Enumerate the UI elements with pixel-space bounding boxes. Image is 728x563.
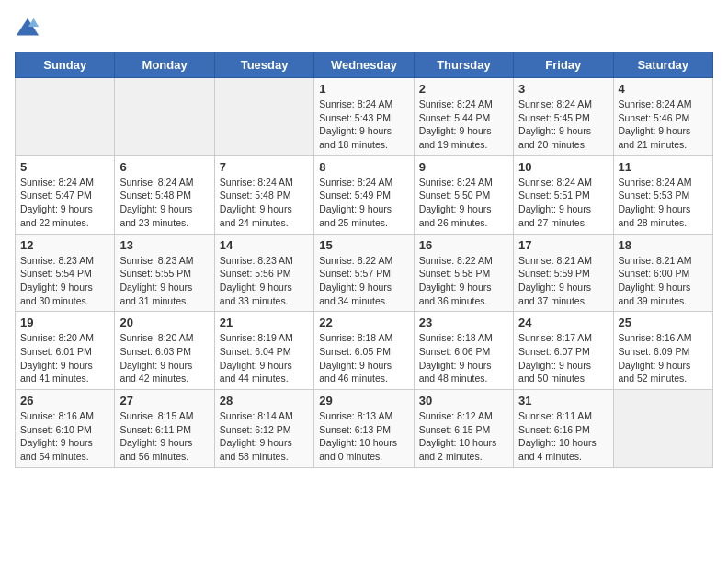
day-header-saturday: Saturday <box>613 52 712 78</box>
day-number: 12 <box>20 238 109 252</box>
day-info: Sunrise: 8:24 AM Sunset: 5:43 PM Dayligh… <box>319 98 408 152</box>
day-number: 25 <box>619 316 708 329</box>
day-info: Sunrise: 8:22 AM Sunset: 5:58 PM Dayligh… <box>419 254 508 308</box>
calendar-cell: 5Sunrise: 8:24 AM Sunset: 5:47 PM Daylig… <box>16 155 115 234</box>
calendar-cell: 9Sunrise: 8:24 AM Sunset: 5:50 PM Daylig… <box>414 155 513 234</box>
day-info: Sunrise: 8:18 AM Sunset: 6:05 PM Dayligh… <box>319 331 408 385</box>
day-info: Sunrise: 8:11 AM Sunset: 6:16 PM Dayligh… <box>518 409 608 464</box>
day-number: 17 <box>518 238 608 252</box>
day-info: Sunrise: 8:13 AM Sunset: 6:13 PM Dayligh… <box>319 409 408 464</box>
day-info: Sunrise: 8:21 AM Sunset: 6:00 PM Dayligh… <box>619 254 708 308</box>
day-info: Sunrise: 8:24 AM Sunset: 5:49 PM Dayligh… <box>319 176 408 230</box>
day-header-friday: Friday <box>514 52 613 78</box>
day-number: 26 <box>20 394 109 408</box>
day-info: Sunrise: 8:19 AM Sunset: 6:04 PM Dayligh… <box>220 331 309 385</box>
calendar-week-row: 1Sunrise: 8:24 AM Sunset: 5:43 PM Daylig… <box>16 78 713 156</box>
day-info: Sunrise: 8:23 AM Sunset: 5:55 PM Dayligh… <box>119 254 209 308</box>
day-info: Sunrise: 8:20 AM Sunset: 6:01 PM Dayligh… <box>20 331 109 385</box>
day-number: 30 <box>419 394 508 408</box>
calendar-cell: 29Sunrise: 8:13 AM Sunset: 6:13 PM Dayli… <box>314 390 414 468</box>
calendar-cell: 26Sunrise: 8:16 AM Sunset: 6:10 PM Dayli… <box>16 390 115 468</box>
day-number: 6 <box>119 160 209 174</box>
day-number: 16 <box>419 238 508 252</box>
day-number: 1 <box>319 82 408 96</box>
day-number: 10 <box>518 160 608 174</box>
day-info: Sunrise: 8:24 AM Sunset: 5:48 PM Dayligh… <box>220 176 309 230</box>
calendar-cell <box>115 78 214 156</box>
calendar-cell: 1Sunrise: 8:24 AM Sunset: 5:43 PM Daylig… <box>314 78 414 156</box>
calendar-cell <box>613 390 712 468</box>
calendar-cell: 21Sunrise: 8:19 AM Sunset: 6:04 PM Dayli… <box>214 312 313 390</box>
calendar-cell: 3Sunrise: 8:24 AM Sunset: 5:45 PM Daylig… <box>514 78 613 156</box>
day-info: Sunrise: 8:24 AM Sunset: 5:50 PM Dayligh… <box>419 176 508 230</box>
calendar-week-row: 5Sunrise: 8:24 AM Sunset: 5:47 PM Daylig… <box>16 155 713 234</box>
day-info: Sunrise: 8:24 AM Sunset: 5:48 PM Dayligh… <box>119 176 209 230</box>
calendar-cell: 25Sunrise: 8:16 AM Sunset: 6:09 PM Dayli… <box>613 312 712 390</box>
calendar-cell: 6Sunrise: 8:24 AM Sunset: 5:48 PM Daylig… <box>115 155 214 234</box>
header <box>15 15 713 40</box>
day-number: 31 <box>518 394 608 408</box>
day-number: 9 <box>419 160 508 174</box>
day-info: Sunrise: 8:24 AM Sunset: 5:53 PM Dayligh… <box>619 176 708 230</box>
day-number: 3 <box>518 82 608 96</box>
logo-icon <box>15 15 40 40</box>
day-info: Sunrise: 8:20 AM Sunset: 6:03 PM Dayligh… <box>119 331 209 385</box>
calendar-cell: 27Sunrise: 8:15 AM Sunset: 6:11 PM Dayli… <box>115 390 214 468</box>
calendar-cell: 24Sunrise: 8:17 AM Sunset: 6:07 PM Dayli… <box>514 312 613 390</box>
day-info: Sunrise: 8:12 AM Sunset: 6:15 PM Dayligh… <box>419 409 508 464</box>
day-number: 21 <box>220 316 309 329</box>
calendar-header-row: SundayMondayTuesdayWednesdayThursdayFrid… <box>16 52 713 78</box>
day-info: Sunrise: 8:23 AM Sunset: 5:56 PM Dayligh… <box>220 254 309 308</box>
calendar-week-row: 26Sunrise: 8:16 AM Sunset: 6:10 PM Dayli… <box>16 390 713 468</box>
day-number: 13 <box>119 238 209 252</box>
day-number: 11 <box>619 160 708 174</box>
calendar-cell: 14Sunrise: 8:23 AM Sunset: 5:56 PM Dayli… <box>214 234 313 312</box>
calendar-cell <box>16 78 115 156</box>
day-info: Sunrise: 8:24 AM Sunset: 5:44 PM Dayligh… <box>419 98 508 152</box>
day-info: Sunrise: 8:24 AM Sunset: 5:46 PM Dayligh… <box>619 98 708 152</box>
day-info: Sunrise: 8:24 AM Sunset: 5:47 PM Dayligh… <box>20 176 109 230</box>
logo <box>15 15 44 40</box>
day-info: Sunrise: 8:14 AM Sunset: 6:12 PM Dayligh… <box>220 409 309 464</box>
day-info: Sunrise: 8:21 AM Sunset: 5:59 PM Dayligh… <box>518 254 608 308</box>
calendar-cell: 10Sunrise: 8:24 AM Sunset: 5:51 PM Dayli… <box>514 155 613 234</box>
day-info: Sunrise: 8:15 AM Sunset: 6:11 PM Dayligh… <box>119 409 209 464</box>
day-number: 8 <box>319 160 408 174</box>
calendar-cell: 15Sunrise: 8:22 AM Sunset: 5:57 PM Dayli… <box>314 234 414 312</box>
day-info: Sunrise: 8:23 AM Sunset: 5:54 PM Dayligh… <box>20 254 109 308</box>
day-number: 4 <box>619 82 708 96</box>
day-number: 27 <box>119 394 209 408</box>
day-number: 29 <box>319 394 408 408</box>
day-number: 14 <box>220 238 309 252</box>
day-info: Sunrise: 8:16 AM Sunset: 6:10 PM Dayligh… <box>20 409 109 464</box>
calendar-week-row: 19Sunrise: 8:20 AM Sunset: 6:01 PM Dayli… <box>16 312 713 390</box>
day-info: Sunrise: 8:16 AM Sunset: 6:09 PM Dayligh… <box>619 331 708 385</box>
calendar-cell: 20Sunrise: 8:20 AM Sunset: 6:03 PM Dayli… <box>115 312 214 390</box>
calendar-cell: 19Sunrise: 8:20 AM Sunset: 6:01 PM Dayli… <box>16 312 115 390</box>
day-info: Sunrise: 8:22 AM Sunset: 5:57 PM Dayligh… <box>319 254 408 308</box>
day-header-wednesday: Wednesday <box>314 52 414 78</box>
calendar-cell <box>214 78 313 156</box>
calendar-cell: 11Sunrise: 8:24 AM Sunset: 5:53 PM Dayli… <box>613 155 712 234</box>
calendar-cell: 30Sunrise: 8:12 AM Sunset: 6:15 PM Dayli… <box>414 390 513 468</box>
day-number: 7 <box>220 160 309 174</box>
day-number: 20 <box>119 316 209 329</box>
calendar-cell: 8Sunrise: 8:24 AM Sunset: 5:49 PM Daylig… <box>314 155 414 234</box>
day-header-tuesday: Tuesday <box>214 52 313 78</box>
svg-marker-0 <box>17 18 39 36</box>
day-number: 19 <box>20 316 109 329</box>
calendar-cell: 2Sunrise: 8:24 AM Sunset: 5:44 PM Daylig… <box>414 78 513 156</box>
day-number: 23 <box>419 316 508 329</box>
day-number: 15 <box>319 238 408 252</box>
day-number: 22 <box>319 316 408 329</box>
calendar-cell: 16Sunrise: 8:22 AM Sunset: 5:58 PM Dayli… <box>414 234 513 312</box>
calendar-cell: 31Sunrise: 8:11 AM Sunset: 6:16 PM Dayli… <box>514 390 613 468</box>
day-number: 2 <box>419 82 508 96</box>
calendar-week-row: 12Sunrise: 8:23 AM Sunset: 5:54 PM Dayli… <box>16 234 713 312</box>
calendar-cell: 7Sunrise: 8:24 AM Sunset: 5:48 PM Daylig… <box>214 155 313 234</box>
calendar-cell: 23Sunrise: 8:18 AM Sunset: 6:06 PM Dayli… <box>414 312 513 390</box>
day-header-sunday: Sunday <box>16 52 115 78</box>
calendar-cell: 18Sunrise: 8:21 AM Sunset: 6:00 PM Dayli… <box>613 234 712 312</box>
calendar-cell: 28Sunrise: 8:14 AM Sunset: 6:12 PM Dayli… <box>214 390 313 468</box>
day-number: 18 <box>619 238 708 252</box>
